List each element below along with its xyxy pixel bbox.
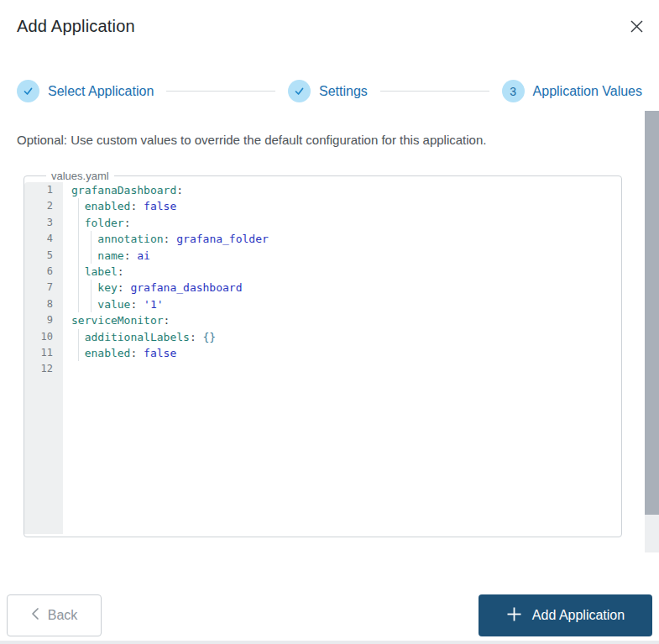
stepper-step-application-values[interactable]: 3Application Values — [502, 80, 642, 102]
indent-guide — [78, 231, 79, 247]
yaml-editor[interactable]: 123456789101112 grafanaDashboard: enable… — [24, 174, 621, 534]
editor-filename-label: values.yaml — [46, 170, 114, 182]
code-line: additionalLabels: {} — [71, 329, 621, 345]
chevron-left-icon — [31, 607, 39, 624]
indent-guide — [78, 329, 79, 345]
line-number: 6 — [24, 264, 53, 280]
line-number: 8 — [24, 296, 53, 312]
line-number: 11 — [24, 345, 53, 361]
line-number: 3 — [24, 215, 53, 231]
step-check-icon — [288, 80, 311, 102]
line-number: 9 — [24, 312, 53, 328]
code-line: enabled: false — [71, 345, 621, 361]
indent-guide — [78, 296, 79, 312]
code-line: value: '1' — [71, 296, 621, 312]
code-line — [71, 361, 621, 377]
line-number: 12 — [24, 361, 53, 377]
stepper-connector — [166, 91, 275, 92]
page-title: Add Application — [17, 17, 135, 36]
step-label: Application Values — [533, 84, 642, 99]
indent-guide — [78, 215, 79, 231]
modal-bottom-edge — [0, 641, 659, 644]
code-line: grafanaDashboard: — [71, 182, 621, 198]
indent-guide — [91, 280, 92, 296]
stepper-step-settings[interactable]: Settings — [288, 80, 368, 102]
code-line: folder: — [71, 215, 621, 231]
line-number: 1 — [24, 182, 53, 198]
indent-guide — [78, 280, 79, 296]
line-number: 2 — [24, 198, 53, 214]
line-number: 4 — [24, 231, 53, 247]
stepper-connector — [380, 91, 489, 92]
add-application-button-label: Add Application — [532, 608, 625, 623]
step-check-icon — [17, 80, 39, 102]
code-line: name: ai — [71, 248, 621, 264]
indent-guide — [78, 248, 79, 264]
back-button-label: Back — [48, 608, 78, 623]
code-line: serviceMonitor: — [71, 312, 621, 328]
line-number: 7 — [24, 280, 53, 296]
line-number: 5 — [24, 248, 53, 264]
back-button[interactable]: Back — [7, 594, 102, 636]
indent-guide — [91, 296, 92, 312]
code-line: key: grafana_dashboard — [71, 280, 621, 296]
close-icon — [630, 19, 644, 36]
step-number-badge: 3 — [502, 80, 525, 102]
indent-guide — [78, 345, 79, 361]
step-label: Select Application — [48, 84, 154, 99]
indent-guide — [78, 198, 79, 214]
line-number-gutter: 123456789101112 — [24, 174, 63, 534]
instruction-text: Optional: Use custom values to override … — [17, 133, 486, 147]
indent-guide — [91, 231, 92, 247]
indent-guide — [91, 248, 92, 264]
code-line: annotation: grafana_folder — [71, 231, 621, 247]
stepper: Select ApplicationSettings3Application V… — [17, 80, 642, 102]
close-button[interactable] — [627, 18, 646, 37]
plus-icon — [506, 606, 522, 626]
code-line: enabled: false — [71, 198, 621, 214]
code-line: label: — [71, 264, 621, 280]
stepper-step-select-application[interactable]: Select Application — [17, 80, 154, 102]
scrollbar-thumb[interactable] — [645, 111, 659, 515]
add-application-button[interactable]: Add Application — [479, 594, 652, 636]
code-area[interactable]: grafanaDashboard: enabled: false folder:… — [63, 174, 621, 534]
indent-guide — [78, 264, 79, 280]
step-label: Settings — [319, 84, 368, 99]
line-number: 10 — [24, 329, 53, 345]
values-yaml-editor-frame: values.yaml 123456789101112 grafanaDashb… — [24, 170, 622, 537]
